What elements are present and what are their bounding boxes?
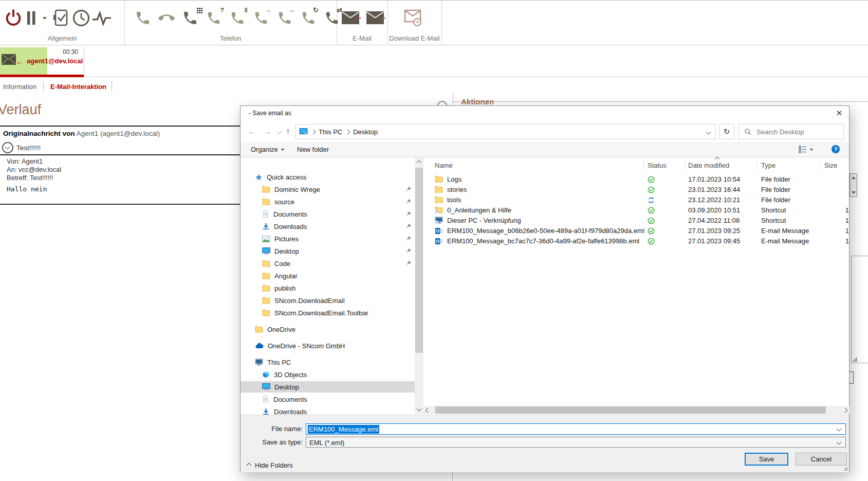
incoming-email-arrow-icon: ←: [16, 58, 24, 65]
file-row-logs[interactable]: Logs 17.01.2023 10:54 File folder: [423, 174, 849, 185]
background-spinner-control[interactable]: [849, 173, 857, 197]
tasklist-button[interactable]: [50, 5, 71, 31]
column-separator[interactable]: [685, 159, 686, 170]
folder-icon: [262, 198, 270, 205]
up-button[interactable]: ↑: [286, 127, 290, 136]
pause-button[interactable]: [24, 5, 39, 31]
search-input[interactable]: [755, 128, 835, 136]
ring-call-button[interactable]: ↻: [298, 5, 319, 31]
aktionen-panel-top-border: [453, 101, 868, 102]
address-dropdown-icon[interactable]: [706, 130, 711, 135]
sidebar-item-this-pc[interactable]: This PC: [241, 357, 415, 368]
redirect-call-button[interactable]: ↔: [274, 5, 295, 31]
email-green-arrow-button[interactable]: →: [365, 5, 386, 31]
sidebar-item-3d-objects[interactable]: 3D Objects: [241, 369, 415, 380]
message-expander-button[interactable]: [2, 142, 13, 153]
sidebar-scrollbar-thumb[interactable]: [415, 168, 423, 353]
activity-button[interactable]: [91, 5, 112, 31]
sidebar-item-documents-pc[interactable]: Documents: [241, 394, 415, 405]
file-name-dropdown-icon[interactable]: [837, 426, 842, 432]
sidebar-item-pictures[interactable]: Pictures: [241, 233, 415, 244]
sidebar-item-sncom-downloademail[interactable]: SNcom.DownloadEmail: [241, 295, 415, 306]
consult-call-button[interactable]: ?: [204, 5, 224, 31]
sidebar-item-code[interactable]: Code: [241, 258, 415, 269]
column-header-name[interactable]: Name: [435, 162, 453, 169]
power-button[interactable]: [3, 5, 24, 31]
sidebar-item-sncom-downloademail-toolbar[interactable]: SNcom.DownloadEmail.Toolbar: [241, 307, 415, 318]
answer-call-button[interactable]: [133, 5, 153, 31]
scroll-right-icon[interactable]: [843, 408, 848, 413]
sidebar-item-label: This PC: [267, 359, 291, 366]
dialpad-call-button[interactable]: [180, 5, 200, 31]
clock-button[interactable]: [71, 5, 91, 31]
tab-email-interaktion[interactable]: E-Mail-Interaktion: [50, 83, 106, 91]
hang-up-button[interactable]: [156, 5, 177, 31]
sidebar-item-angular[interactable]: Angular: [241, 270, 415, 281]
file-row-stories[interactable]: stories 23.01.2023 16:44 File folder: [423, 185, 849, 195]
forward-button[interactable]: →: [263, 127, 272, 136]
new-folder-button[interactable]: New folder: [297, 146, 329, 153]
breadcrumb-desktop[interactable]: Desktop: [353, 128, 378, 136]
sidebar-item-publish[interactable]: publish: [241, 282, 415, 294]
hide-folders-button[interactable]: Hide Folders: [247, 461, 293, 469]
file-list-horizontal-scrollbar[interactable]: [423, 406, 849, 414]
scroll-down-icon[interactable]: [417, 406, 422, 412]
column-separator[interactable]: [820, 159, 820, 170]
dialpad-dots-icon: [197, 8, 198, 9]
horizontal-scrollbar-thumb[interactable]: [435, 406, 826, 414]
transfer-call-button[interactable]: →: [251, 5, 271, 31]
pause-dropdown-button[interactable]: [39, 5, 50, 31]
file-row-dieser-pc[interactable]: Dieser PC - Verknüpfung 27.04.2022 11:08…: [423, 216, 849, 226]
breadcrumb-this-pc[interactable]: This PC: [319, 128, 342, 136]
email-session-icon: [2, 54, 16, 65]
file-name-label: File name:: [241, 425, 303, 433]
dialog-close-button[interactable]: ✕: [829, 106, 849, 120]
column-separator[interactable]: [643, 159, 644, 170]
sidebar-item-dominic-wrege[interactable]: Dominic Wrege: [241, 184, 415, 195]
save-as-type-dropdown-icon[interactable]: [837, 440, 842, 445]
file-row-erm100-message-1[interactable]: O ERM100_Message_b06b26e0-50ee-489a-a01f…: [423, 226, 849, 236]
folder-icon: [262, 186, 270, 193]
column-header-size[interactable]: Size: [824, 162, 837, 169]
back-button[interactable]: ←: [248, 127, 256, 136]
scroll-left-icon[interactable]: [426, 408, 431, 413]
organize-button[interactable]: Organize: [251, 146, 284, 153]
tab-information[interactable]: Information: [3, 83, 36, 91]
cancel-button[interactable]: Cancel: [796, 453, 847, 466]
sidebar-item-documents[interactable]: Documents: [241, 208, 415, 220]
view-mode-button[interactable]: [799, 146, 813, 153]
folder-icon: [262, 272, 270, 279]
email-red-arrow-button[interactable]: →: [341, 5, 361, 31]
phone-hold-icon: [230, 10, 245, 26]
sidebar-item-desktop-selected[interactable]: Desktop: [241, 381, 415, 393]
pin-icon: [405, 186, 412, 192]
sidebar-scrollbar[interactable]: [415, 157, 423, 414]
hold-call-button[interactable]: ‖: [227, 5, 248, 31]
dialog-resize-grip[interactable]: [842, 466, 847, 471]
scroll-up-icon[interactable]: [417, 161, 422, 166]
download-email-button[interactable]: [403, 5, 423, 31]
save-as-type-select[interactable]: EML (*.eml): [306, 437, 846, 448]
refresh-button[interactable]: ↻: [719, 124, 734, 139]
column-header-date-modified[interactable]: Date modified: [688, 162, 729, 169]
save-button[interactable]: Save: [745, 453, 788, 466]
sidebar-item-desktop[interactable]: Desktop: [241, 245, 415, 257]
column-header-status[interactable]: Status: [648, 162, 667, 169]
column-separator[interactable]: [756, 159, 757, 170]
sidebar-item-onedrive[interactable]: OneDrive: [241, 324, 415, 335]
file-name-input[interactable]: ERM100_Message.eml: [306, 423, 846, 435]
file-row-anleitungen[interactable]: 0_Anleitungen & Hilfe 03.09.2020 10:51 S…: [423, 205, 849, 216]
sidebar-item-downloads[interactable]: Downloads: [241, 221, 415, 232]
sidebar-item-downloads-pc[interactable]: Downloads: [241, 406, 415, 415]
sidebar-item-source[interactable]: source: [241, 196, 415, 207]
sidebar-item-onedrive-sncom[interactable]: OneDrive - SNcom GmbH: [241, 340, 415, 351]
file-row-erm100-message-2[interactable]: O ERM100_Message_bc7ac7c7-36d0-4a99-af2e…: [423, 236, 849, 246]
help-button[interactable]: ?: [832, 145, 840, 153]
file-row-tools[interactable]: tools 23.12.2022 10:21 File folder: [423, 195, 849, 205]
column-header-type[interactable]: Type: [761, 162, 775, 169]
session-row-divider: [84, 77, 868, 77]
breadcrumb-bar[interactable]: This PC Desktop: [296, 124, 716, 139]
sidebar-item-quick-access[interactable]: Quick access: [241, 171, 415, 183]
history-dropdown-icon[interactable]: [277, 129, 282, 134]
chevron-down-icon: [5, 144, 10, 149]
